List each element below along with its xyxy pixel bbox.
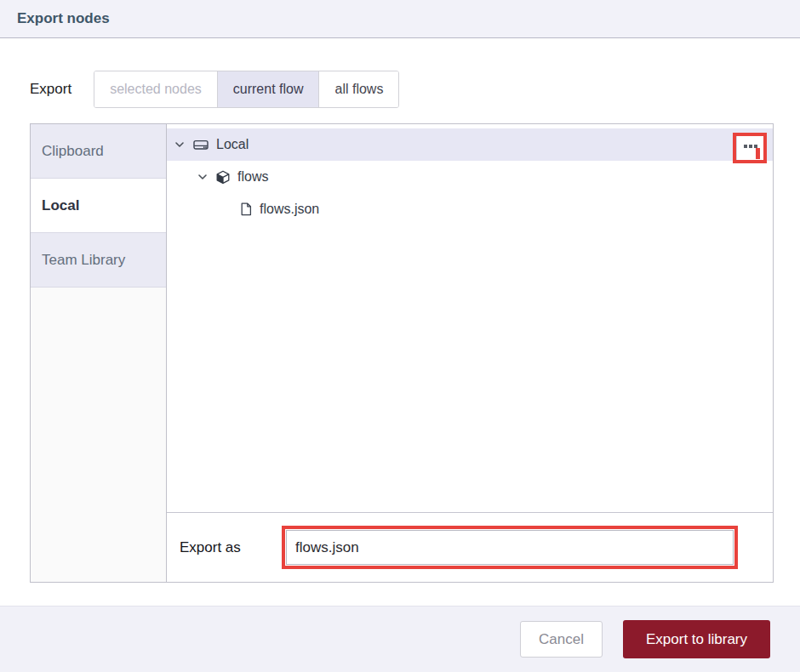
sidebar-item-local[interactable]: Local — [31, 179, 166, 233]
tree-row-label: Local — [216, 137, 249, 152]
tree-row-label: flows.json — [260, 202, 319, 217]
cube-icon — [216, 170, 230, 185]
sidebar-item-label: Local — [42, 197, 79, 214]
library-browser-panel: Clipboard Local Team Library — [30, 123, 774, 583]
hard-drive-icon — [193, 138, 209, 151]
file-icon — [240, 202, 252, 216]
tree-row-flows-json[interactable]: flows.json — [167, 193, 773, 225]
segment-selected-nodes[interactable]: selected nodes — [94, 71, 218, 107]
export-scope-segmented-control: selected nodes current flow all flows — [94, 71, 399, 108]
file-tree: Local — [167, 124, 773, 225]
dialog-title: Export nodes — [17, 10, 110, 27]
segment-all-flows[interactable]: all flows — [319, 71, 398, 107]
export-to-library-button[interactable]: Export to library — [623, 620, 770, 658]
export-scope-row: Export selected nodes current flow all f… — [30, 71, 399, 108]
cancel-button[interactable]: Cancel — [520, 621, 603, 658]
sidebar-item-label: Clipboard — [42, 143, 104, 160]
library-sidebar: Clipboard Local Team Library — [31, 124, 167, 582]
dialog-header: Export nodes — [0, 0, 800, 38]
tree-row-label: flows — [237, 169, 268, 185]
annotation-box — [282, 526, 738, 569]
sidebar-item-clipboard[interactable]: Clipboard — [31, 124, 166, 179]
annotation-box — [733, 133, 767, 163]
chevron-down-icon[interactable] — [174, 139, 186, 151]
sidebar-item-team-library[interactable]: Team Library — [31, 233, 166, 288]
chevron-down-icon[interactable] — [197, 171, 209, 183]
filename-input[interactable] — [286, 530, 734, 565]
tree-row-local[interactable]: Local — [167, 128, 773, 161]
export-as-bar: Export as — [167, 512, 773, 582]
annotation-caret — [756, 148, 760, 159]
library-menu-button[interactable] — [736, 136, 763, 160]
sidebar-item-label: Team Library — [42, 252, 125, 269]
library-content: Local — [167, 124, 773, 582]
segment-current-flow[interactable]: current flow — [218, 71, 320, 107]
export-as-label: Export as — [180, 539, 282, 556]
export-scope-label: Export — [30, 81, 71, 98]
dialog-footer: Cancel Export to library — [0, 606, 800, 672]
tree-row-flows[interactable]: flows — [167, 161, 773, 193]
